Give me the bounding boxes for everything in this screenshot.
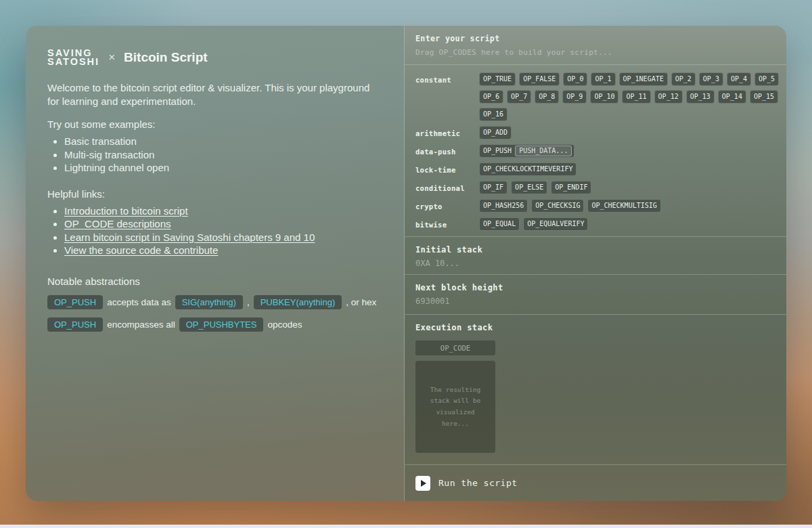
opcode-OP_8[interactable]: OP_8 (535, 90, 559, 104)
opcode-OP_11[interactable]: OP_11 (622, 90, 650, 104)
app-card: SAVING SATOSHI × Bitcoin Script Welcome … (26, 26, 786, 501)
opcode-OP_7[interactable]: OP_7 (507, 90, 531, 104)
chips-lock-time: OP_CHECKLOCKTIMEVERIFY (479, 162, 785, 176)
opcode-OP_15[interactable]: OP_15 (750, 90, 778, 104)
initial-stack-input[interactable]: 0XA 10... (415, 259, 785, 268)
opcode-palette: constantOP_TRUEOP_FALSEOP_0OP_1OP_1NEGAT… (405, 65, 786, 237)
opcode-OP_6[interactable]: OP_6 (479, 90, 503, 104)
execution-stack-label: Execution stack (415, 323, 785, 332)
palette-row-lock-time: lock-timeOP_CHECKLOCKTIMEVERIFY (415, 162, 785, 176)
chips-constant: OP_TRUEOP_FALSEOP_0OP_1OP_1NEGATEOP_2OP_… (479, 72, 785, 121)
chips-conditional: OP_IFOP_ELSEOP_ENDIF (479, 181, 785, 194)
helpful-link[interactable]: Introduction to bitcoin script (64, 205, 188, 217)
welcome-text: Welcome to the bitcoin script editor & v… (47, 81, 382, 108)
links-heading: Helpful links: (47, 188, 382, 200)
opcode-OP_12[interactable]: OP_12 (654, 90, 683, 104)
opcode-OP_13[interactable]: OP_13 (686, 90, 715, 104)
palette-row-constant: constantOP_TRUEOP_FALSEOP_0OP_1OP_1NEGAT… (415, 72, 785, 121)
push-data-input[interactable]: PUSH_DATA... (515, 146, 572, 156)
opcode-OP_14[interactable]: OP_14 (718, 90, 746, 104)
logo-line2: SATOSHI (47, 58, 99, 66)
category-label-arithmetic: arithmetic (415, 126, 479, 139)
next-block-height-section: Next block height 6930001 (405, 275, 786, 315)
opcode-OP_TRUE[interactable]: OP_TRUE (479, 72, 516, 86)
play-icon (415, 476, 430, 491)
opcode-OP_10[interactable]: OP_10 (590, 90, 618, 104)
abstraction-chip: OP_PUSHBYTES (179, 317, 264, 332)
opcode-OP_9[interactable]: OP_9 (562, 90, 587, 104)
saving-satoshi-logo: SAVING SATOSHI (47, 49, 99, 66)
abstraction-chip: SIG(anything) (175, 295, 243, 309)
category-label-lock-time: lock-time (415, 162, 479, 176)
run-script-label: Run the script (438, 478, 518, 488)
example-item: Basic transation (64, 135, 382, 148)
palette-row-arithmetic: arithmeticOP_ADD (415, 126, 785, 139)
opcode-OP_2[interactable]: OP_2 (671, 72, 696, 86)
category-label-crypto: crypto (415, 199, 479, 213)
abstraction-row: OP_PUSHencompasses allOP_PUSHBYTESopcode… (47, 317, 382, 332)
script-dropzone[interactable]: Drag OP_CODES here to build your script.… (415, 48, 785, 57)
opcode-OP_1NEGATE[interactable]: OP_1NEGATE (619, 72, 668, 86)
abstraction-text: opcodes (267, 320, 302, 330)
link-item: View the source code & contribute (64, 244, 382, 257)
opcode-OP_5[interactable]: OP_5 (754, 72, 779, 86)
editor-panel: Enter your script Drag OP_CODES here to … (405, 26, 786, 501)
link-item: OP_CODE descriptions (64, 217, 382, 231)
page-title: Bitcoin Script (124, 50, 208, 65)
category-label-data-push: data-push (415, 144, 479, 158)
next-block-height-input[interactable]: 6930001 (415, 296, 785, 306)
helpful-link[interactable]: OP_CODE descriptions (64, 218, 171, 229)
helpful-link[interactable]: View the source code & contribute (64, 244, 218, 256)
chips-bitwise: OP_EQUALOP_EQUALVERIFY (479, 217, 785, 231)
opcode-OP_FALSE[interactable]: OP_FALSE (519, 72, 560, 86)
opcode-OP_4[interactable]: OP_4 (727, 72, 751, 86)
play-triangle (421, 480, 426, 487)
palette-row-bitwise: bitwiseOP_EQUALOP_EQUALVERIFY (415, 217, 785, 231)
opcode-OP_ADD[interactable]: OP_ADD (479, 126, 512, 139)
helpful-link[interactable]: Learn bitcoin script in Saving Satoshi c… (64, 232, 315, 243)
opcode-OP_ENDIF[interactable]: OP_ENDIF (551, 181, 591, 194)
run-script-button[interactable]: Run the script (415, 476, 518, 491)
chips-arithmetic: OP_ADD (479, 126, 785, 139)
abstractions-heading: Notable abstractions (47, 276, 382, 287)
chips-data-push: OP_PUSHPUSH_DATA... (479, 144, 785, 158)
opcode-OP_IF[interactable]: OP_IF (479, 181, 508, 194)
opcode-OP_CHECKSIG[interactable]: OP_CHECKSIG (531, 199, 584, 213)
script-editor-title: Enter your script (415, 34, 785, 43)
initial-stack-section: Initial stack 0XA 10... (405, 237, 786, 275)
cross-separator: × (108, 51, 115, 64)
opcode-OP_CHECKMULTISIG[interactable]: OP_CHECKMULTISIG (587, 199, 660, 213)
example-item: Multi-sig transaction (64, 148, 382, 162)
abstraction-row: OP_PUSHaccepts data asSIG(anything),PUBK… (47, 295, 382, 309)
stack-visualization-box: The resulting stack will be visualized h… (415, 361, 495, 453)
category-label-conditional: conditional (415, 181, 479, 194)
opcode-OP_ELSE[interactable]: OP_ELSE (511, 181, 547, 194)
abstraction-text: encompasses all (107, 320, 175, 330)
opcode-OP_16[interactable]: OP_16 (479, 108, 508, 121)
opcode-OP_EQUALVERIFY[interactable]: OP_EQUALVERIFY (523, 217, 588, 231)
opcode-OP_EQUAL[interactable]: OP_EQUAL (479, 217, 520, 231)
abstraction-chip: OP_PUSH (47, 317, 103, 332)
palette-row-data-push: data-pushOP_PUSHPUSH_DATA... (415, 144, 785, 158)
chips-crypto: OP_HASH256OP_CHECKSIGOP_CHECKMULTISIG (479, 199, 785, 213)
abstraction-text: accepts data as (107, 297, 171, 307)
opcode-OP_1[interactable]: OP_1 (591, 72, 615, 86)
opcode-OP_3[interactable]: OP_3 (699, 72, 723, 86)
opcode-OP_0[interactable]: OP_0 (563, 72, 587, 86)
example-item: Lightning channel open (64, 161, 382, 175)
palette-row-conditional: conditionalOP_IFOP_ELSEOP_ENDIF (415, 181, 785, 194)
examples-list: Basic transationMulti-sig transactionLig… (47, 135, 382, 175)
category-label-constant: constant (415, 72, 479, 121)
opcode-slot: OP_CODE (415, 340, 495, 355)
execution-stack-section: Execution stack OP_CODE The resulting st… (405, 315, 786, 464)
next-block-height-label: Next block height (415, 283, 785, 292)
examples-heading: Try out some examples: (47, 118, 382, 130)
links-list: Introduction to bitcoin scriptOP_CODE de… (47, 204, 382, 257)
opcode-OP_HASH256[interactable]: OP_HASH256 (479, 199, 528, 213)
opcode-OP_CHECKLOCKTIMEVERIFY[interactable]: OP_CHECKLOCKTIMEVERIFY (479, 162, 577, 176)
abstraction-rows: OP_PUSHaccepts data asSIG(anything),PUBK… (47, 295, 382, 332)
opcode-OP_PUSH[interactable]: OP_PUSHPUSH_DATA... (479, 144, 574, 158)
header-row: SAVING SATOSHI × Bitcoin Script (47, 49, 382, 66)
initial-stack-label: Initial stack (415, 245, 785, 255)
palette-row-crypto: cryptoOP_HASH256OP_CHECKSIGOP_CHECKMULTI… (415, 199, 785, 213)
